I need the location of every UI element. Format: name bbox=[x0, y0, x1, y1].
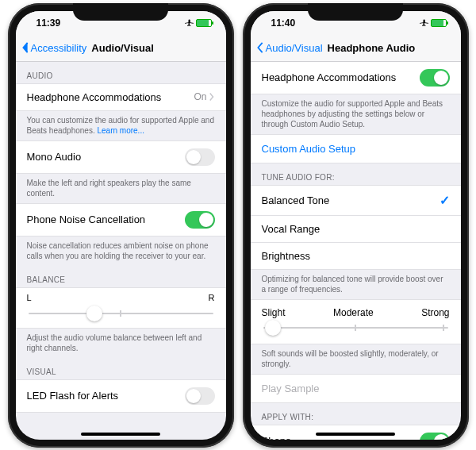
accommodations-row[interactable]: Headphone Accommodations bbox=[251, 62, 461, 94]
headphone-note: You can customize the audio for supporte… bbox=[16, 111, 226, 140]
row-value: On bbox=[194, 91, 214, 102]
section-header-visual: VISUAL bbox=[16, 358, 226, 379]
led-toggle[interactable] bbox=[185, 387, 215, 405]
boost-slight: Slight bbox=[262, 307, 286, 318]
balance-slider[interactable]: L R bbox=[16, 287, 226, 329]
row-label: Mono Audio bbox=[27, 151, 82, 163]
page-title: Audio/Visual bbox=[91, 42, 154, 54]
checkmark-icon: ✓ bbox=[440, 193, 450, 208]
boost-strong: Strong bbox=[421, 307, 449, 318]
chevron-left-icon bbox=[255, 42, 265, 53]
status-time: 11:40 bbox=[271, 17, 296, 29]
balance-l: L bbox=[27, 293, 32, 302]
soft-note: Soft sounds will be boosted slightly, mo… bbox=[251, 344, 461, 374]
phone-left: 11:39 Accessibility Audio/Visual AUDIO H… bbox=[8, 3, 234, 448]
led-flash-row[interactable]: LED Flash for Alerts bbox=[16, 379, 226, 413]
phone-toggle[interactable] bbox=[420, 433, 450, 440]
balance-r: R bbox=[209, 293, 215, 302]
back-button[interactable]: Audio/Visual bbox=[255, 42, 323, 54]
screen-left: 11:39 Accessibility Audio/Visual AUDIO H… bbox=[16, 11, 226, 440]
section-header-tune: TUNE AUDIO FOR: bbox=[251, 163, 461, 185]
content: AUDIO Headphone Accommodations On You ca… bbox=[16, 62, 226, 440]
boost-labels: Slight Moderate Strong bbox=[251, 299, 461, 320]
battery-icon bbox=[431, 19, 447, 27]
status-icons bbox=[420, 18, 447, 28]
custom-audio-setup-link[interactable]: Custom Audio Setup bbox=[251, 134, 461, 163]
vocal-range-row[interactable]: Vocal Range bbox=[251, 216, 461, 243]
boost-slider[interactable] bbox=[251, 320, 461, 344]
status-time: 11:39 bbox=[36, 17, 61, 29]
section-header-apply: APPLY WITH: bbox=[251, 403, 461, 425]
row-label: Phone Noise Cancellation bbox=[27, 213, 146, 225]
noise-note: Noise cancellation reduces ambient noise… bbox=[16, 237, 226, 266]
back-label: Audio/Visual bbox=[266, 42, 323, 54]
row-label: Balanced Tone bbox=[262, 194, 330, 206]
home-indicator bbox=[316, 433, 395, 436]
tune-note: Optimizing for balanced tone will provid… bbox=[251, 270, 461, 299]
notch bbox=[73, 3, 168, 21]
nav-bar: Accessibility Audio/Visual bbox=[16, 35, 226, 62]
content: Headphone Accommodations Customize the a… bbox=[251, 62, 461, 440]
back-label: Accessibility bbox=[31, 42, 87, 54]
balanced-tone-row[interactable]: Balanced Tone ✓ bbox=[251, 185, 461, 216]
boost-moderate: Moderate bbox=[333, 307, 374, 318]
learn-more-link[interactable]: Learn more... bbox=[97, 126, 144, 135]
balance-note: Adjust the audio volume balance between … bbox=[16, 329, 226, 358]
row-label: Brightness bbox=[262, 250, 310, 262]
status-icons bbox=[185, 18, 212, 28]
airplane-icon bbox=[420, 18, 429, 28]
chevron-left-icon bbox=[21, 42, 30, 53]
mono-toggle[interactable] bbox=[185, 148, 215, 166]
brightness-row[interactable]: Brightness bbox=[251, 243, 461, 270]
noise-toggle[interactable] bbox=[185, 211, 215, 229]
mono-note: Make the left and right speakers play th… bbox=[16, 174, 226, 203]
row-label: Headphone Accommodations bbox=[262, 71, 397, 83]
boost-thumb[interactable] bbox=[265, 320, 281, 336]
nav-bar: Audio/Visual Headphone Audio bbox=[251, 35, 461, 62]
page-title: Headphone Audio bbox=[328, 42, 416, 54]
play-sample-row[interactable]: Play Sample bbox=[251, 374, 461, 403]
mono-audio-row[interactable]: Mono Audio bbox=[16, 140, 226, 174]
row-label: Headphone Accommodations bbox=[27, 91, 162, 103]
battery-icon bbox=[196, 19, 212, 27]
noise-cancellation-row[interactable]: Phone Noise Cancellation bbox=[16, 203, 226, 237]
accommodations-toggle[interactable] bbox=[420, 69, 450, 87]
row-label: Phone bbox=[262, 435, 292, 440]
balance-thumb[interactable] bbox=[86, 306, 102, 321]
airplane-icon bbox=[185, 18, 194, 28]
chevron-right-icon bbox=[209, 92, 215, 102]
section-header-audio: AUDIO bbox=[16, 62, 226, 83]
section-header-balance: BALANCE bbox=[16, 266, 226, 287]
screen-right: 11:40 Audio/Visual Headphone Audio Headp… bbox=[251, 11, 461, 440]
headphone-accommodations-row[interactable]: Headphone Accommodations On bbox=[16, 83, 226, 111]
back-button[interactable]: Accessibility bbox=[21, 42, 87, 54]
phone-right: 11:40 Audio/Visual Headphone Audio Headp… bbox=[243, 3, 469, 448]
row-label: LED Flash for Alerts bbox=[27, 390, 119, 402]
home-indicator bbox=[81, 433, 160, 436]
accom-note: Customize the audio for supported Apple … bbox=[251, 94, 461, 134]
notch bbox=[308, 3, 403, 21]
row-label: Vocal Range bbox=[262, 223, 321, 235]
